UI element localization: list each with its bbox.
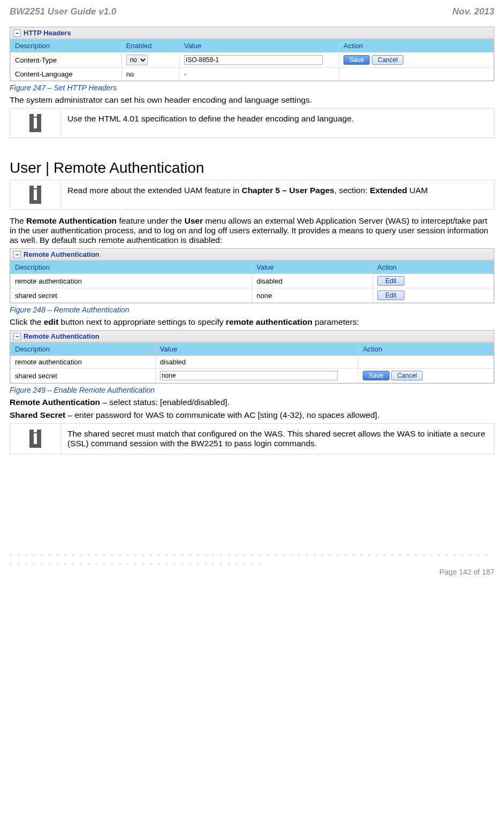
- panel-titlebar: − Remote Authentication: [10, 249, 494, 261]
- cell-enabled: no: [121, 52, 179, 68]
- info-text: The shared secret must match that config…: [61, 424, 494, 454]
- col-value: Value: [180, 40, 339, 52]
- collapse-icon[interactable]: −: [13, 29, 21, 37]
- edit-button[interactable]: Edit: [377, 276, 404, 286]
- body-text: The system administrator can set his own…: [10, 95, 494, 105]
- col-description: Description: [11, 40, 122, 52]
- collapse-icon[interactable]: −: [13, 333, 21, 340]
- save-button[interactable]: Save: [363, 371, 389, 380]
- table-row: shared secret none Edit: [11, 288, 494, 303]
- col-enabled: Enabled: [121, 40, 179, 52]
- cell-action: Save Cancel: [339, 52, 494, 68]
- save-button[interactable]: Save: [343, 55, 370, 65]
- cell-enabled: no: [121, 68, 179, 81]
- figure-caption-247: Figure 247 – Set HTTP Headers: [10, 83, 494, 92]
- remote-auth-table: Description Value Action remote authenti…: [10, 261, 494, 303]
- panel-title: Remote Authentication: [24, 250, 100, 258]
- shared-secret-input[interactable]: [160, 371, 338, 380]
- info-icon-cell: [10, 180, 61, 210]
- panel-titlebar: − Remote Authentication: [10, 331, 494, 342]
- col-value: Value: [155, 343, 358, 356]
- figure-caption-248: Figure 248 – Remote Authentication: [10, 305, 494, 314]
- body-text: Click the edit button next to appropriat…: [10, 317, 494, 327]
- cell-value: [155, 369, 358, 383]
- http-headers-table: Description Enabled Value Action Content…: [10, 39, 494, 81]
- cell-value: [180, 52, 339, 68]
- table-row: remote authentication disabled: [11, 356, 494, 369]
- info-icon-cell: [10, 109, 61, 138]
- cell-action: [358, 356, 494, 369]
- panel-titlebar: − HTTP Headers: [10, 27, 494, 39]
- header-right: Nov. 2013: [453, 6, 494, 17]
- info-icon: [29, 114, 41, 132]
- remote-auth-panel: − Remote Authentication Description Valu…: [10, 248, 494, 303]
- info-icon: [29, 186, 41, 204]
- info-text: Read more about the extended UAM feature…: [61, 180, 494, 210]
- page-footer: - - - - - - - - - - - - - - - - - - - - …: [10, 551, 494, 576]
- info-icon-cell: [10, 424, 61, 454]
- figure-caption-249: Figure 249 – Enable Remote Authenticatio…: [10, 386, 494, 394]
- table-row: shared secret Save Cancel: [11, 369, 494, 383]
- remote-auth-edit-table: Description Value Action remote authenti…: [10, 342, 494, 383]
- info-text: Use the HTML 4.01 specification to defin…: [61, 109, 494, 138]
- cell-value: disabled: [155, 356, 358, 369]
- cell-description: remote authentication: [11, 274, 253, 288]
- footer-dots: - - - - - - - - - - - - - - - - - - - - …: [10, 551, 494, 568]
- section-heading: User | Remote Authentication: [10, 159, 494, 177]
- collapse-icon[interactable]: −: [13, 251, 21, 258]
- table-row: Content-Type no Save Cancel: [11, 52, 494, 68]
- info-box: Read more about the extended UAM feature…: [10, 180, 494, 210]
- cell-action: Edit: [373, 288, 494, 303]
- cell-action: Edit: [373, 274, 494, 288]
- header-left: BW2251 User Guide v1.0: [10, 6, 116, 17]
- cell-description: remote authentication: [11, 356, 156, 369]
- cell-description: shared secret: [11, 369, 156, 383]
- cell-description: shared secret: [11, 288, 253, 303]
- col-action: Action: [339, 40, 494, 52]
- info-box: The shared secret must match that config…: [10, 423, 494, 454]
- cancel-button[interactable]: Cancel: [391, 371, 423, 380]
- table-row: Content-Language no -: [11, 68, 494, 81]
- col-value: Value: [252, 261, 373, 274]
- panel-title: HTTP Headers: [24, 29, 71, 37]
- edit-button[interactable]: Edit: [377, 291, 404, 300]
- table-row: remote authentication disabled Edit: [11, 274, 494, 288]
- remote-auth-panel-edit: − Remote Authentication Description Valu…: [10, 330, 494, 384]
- cell-action: [339, 68, 494, 81]
- panel-title: Remote Authentication: [24, 332, 100, 340]
- info-box: Use the HTML 4.01 specification to defin…: [10, 108, 494, 138]
- cell-value: disabled: [252, 274, 373, 288]
- cell-value: none: [252, 288, 373, 303]
- info-icon: [29, 430, 41, 448]
- value-input[interactable]: [184, 55, 323, 65]
- cell-action: Save Cancel: [358, 369, 494, 383]
- cell-description: Content-Language: [11, 68, 122, 81]
- cell-description: Content-Type: [11, 52, 122, 68]
- page-number: Page 142 of 187: [10, 568, 494, 576]
- http-headers-panel: − HTTP Headers Description Enabled Value…: [10, 27, 494, 81]
- col-description: Description: [11, 261, 253, 274]
- cancel-button[interactable]: Cancel: [372, 55, 403, 65]
- cell-value: -: [180, 68, 339, 81]
- page-header: BW2251 User Guide v1.0 Nov. 2013: [10, 6, 494, 17]
- body-text: Remote Authentication – select status: […: [10, 398, 494, 407]
- body-text: The Remote Authentication feature under …: [10, 216, 494, 245]
- col-action: Action: [373, 261, 494, 274]
- col-action: Action: [358, 343, 494, 356]
- body-text: Shared Secret – enter password for WAS t…: [10, 410, 494, 420]
- enabled-select[interactable]: no: [126, 55, 148, 65]
- col-description: Description: [11, 343, 156, 356]
